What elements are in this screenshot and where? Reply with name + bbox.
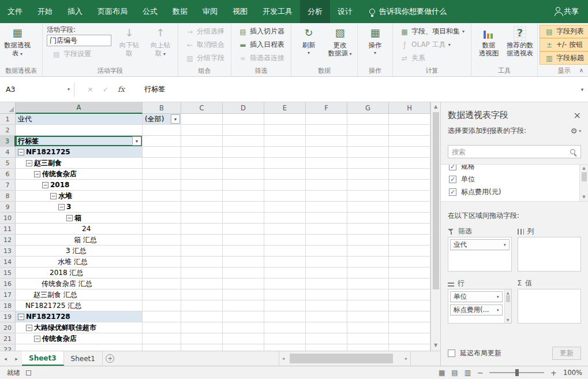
cell-A2[interactable] bbox=[16, 125, 143, 136]
cell-C4[interactable] bbox=[181, 147, 223, 158]
cell-E1[interactable] bbox=[264, 114, 306, 125]
cell-G5[interactable] bbox=[347, 158, 389, 169]
field-settings-button[interactable]: ▤字段设置 bbox=[47, 47, 111, 61]
cell-F3[interactable] bbox=[306, 136, 347, 147]
tell-me-box[interactable]: 告诉我你想要做什么 bbox=[369, 0, 447, 23]
cell-H17[interactable] bbox=[389, 289, 430, 300]
zoom-level[interactable]: 100% bbox=[563, 369, 582, 377]
cell-F21[interactable] bbox=[306, 333, 347, 344]
group-field-button[interactable]: ▥分组字段 bbox=[180, 51, 229, 65]
column-header-H[interactable]: H bbox=[389, 102, 430, 114]
new-sheet-button[interactable]: + bbox=[103, 351, 118, 366]
cell-B17[interactable] bbox=[143, 289, 181, 300]
collapse-ribbon-icon[interactable]: ∧ bbox=[579, 68, 583, 73]
zoom-in-icon[interactable]: + bbox=[550, 369, 556, 377]
field-chip[interactable]: 标点费用(...▾ bbox=[450, 304, 503, 315]
cell-H1[interactable] bbox=[389, 114, 430, 125]
cell-H11[interactable] bbox=[389, 224, 430, 235]
cell-E13[interactable] bbox=[264, 246, 306, 257]
cell-B16[interactable] bbox=[143, 278, 181, 289]
row-header-8[interactable]: 8 bbox=[0, 191, 16, 202]
cell-G2[interactable] bbox=[347, 125, 389, 136]
sheet-tab-Sheet1[interactable]: Sheet1 bbox=[64, 351, 103, 366]
cell-C17[interactable] bbox=[181, 289, 223, 300]
change-data-source-button[interactable]: ▧更改数据源 ▾ bbox=[324, 24, 355, 67]
filter-connections-button[interactable]: ∞筛选器连接 bbox=[233, 51, 289, 65]
search-input[interactable] bbox=[452, 148, 570, 156]
cell-F1[interactable] bbox=[306, 114, 347, 125]
cell-H8[interactable] bbox=[389, 191, 430, 202]
cell-G4[interactable] bbox=[347, 147, 389, 158]
cancel-icon[interactable]: × bbox=[87, 85, 93, 94]
cell-F5[interactable] bbox=[306, 158, 347, 169]
cell-A17[interactable]: 赵三副食 汇总 bbox=[16, 289, 143, 300]
cell-F4[interactable] bbox=[306, 147, 347, 158]
page-break-view-icon[interactable]: ▥ bbox=[465, 369, 471, 377]
cell-G16[interactable] bbox=[347, 278, 389, 289]
cell-H15[interactable] bbox=[389, 267, 430, 278]
cell-A13[interactable]: 3 汇总 bbox=[16, 246, 143, 257]
cell-E12[interactable] bbox=[264, 235, 306, 246]
pane-tools-button[interactable]: ⚙▾ bbox=[571, 127, 581, 135]
scroll-down-icon[interactable]: ▼ bbox=[434, 342, 437, 350]
plus-minus-buttons-button[interactable]: ±+/- 按钮 bbox=[540, 38, 588, 51]
field-list-scroll-thumb[interactable] bbox=[582, 172, 587, 181]
tab-page-layout[interactable]: 页面布局 bbox=[90, 0, 135, 23]
cell-D7[interactable] bbox=[223, 180, 264, 191]
expand-formula-bar-icon[interactable]: ▾ bbox=[576, 87, 588, 92]
cell-A14[interactable]: 水堆 汇总 bbox=[16, 257, 143, 267]
sheet-tab-Sheet3[interactable]: Sheet3 bbox=[22, 351, 64, 366]
field-chip[interactable]: 单位▾ bbox=[450, 291, 503, 302]
tab-home[interactable]: 开始 bbox=[30, 0, 60, 23]
cell-E15[interactable] bbox=[264, 267, 306, 278]
cell-G10[interactable] bbox=[347, 213, 389, 224]
pivottable-button[interactable]: ▦数据透视表 ▾ bbox=[2, 24, 33, 67]
row-header-18[interactable]: 18 bbox=[0, 300, 16, 311]
row-header-6[interactable]: 6 bbox=[0, 169, 16, 180]
row-header-19[interactable]: 19 bbox=[0, 311, 16, 322]
tab-developer[interactable]: 开发工具 bbox=[255, 0, 300, 23]
cell-G21[interactable] bbox=[347, 333, 389, 344]
cell-D16[interactable] bbox=[223, 278, 264, 289]
cell-G9[interactable] bbox=[347, 202, 389, 213]
cell-E14[interactable] bbox=[264, 257, 306, 267]
cell-A4[interactable]: −NF1821725 bbox=[16, 147, 143, 158]
relationships-button[interactable]: ⇄关系 bbox=[395, 51, 469, 65]
cell-C2[interactable] bbox=[181, 125, 223, 136]
olap-tools-button[interactable]: ƒOLAP 工具▾ bbox=[395, 38, 469, 51]
cell-A16[interactable]: 传统食杂店 汇总 bbox=[16, 278, 143, 289]
cell-D22[interactable] bbox=[223, 344, 264, 351]
column-header-D[interactable]: D bbox=[223, 102, 264, 114]
collapse-icon[interactable]: − bbox=[26, 325, 32, 331]
column-header-C[interactable]: C bbox=[181, 102, 223, 114]
rows-area-box[interactable]: 单位▾标点费用(...▾▲▼ bbox=[448, 289, 512, 324]
cell-F18[interactable] bbox=[306, 300, 347, 311]
cell-D11[interactable] bbox=[223, 224, 264, 235]
cell-B21[interactable] bbox=[143, 333, 181, 344]
cell-B1[interactable]: (全部)▾ bbox=[143, 114, 181, 125]
active-field-input[interactable] bbox=[47, 35, 111, 46]
cell-E2[interactable] bbox=[264, 125, 306, 136]
recommended-pivottables-button[interactable]: ?推荐的数据透视表 bbox=[504, 24, 535, 67]
pivot-chart-button[interactable]: 数据透视图 bbox=[473, 24, 504, 67]
collapse-icon[interactable]: − bbox=[58, 204, 65, 210]
cell-F13[interactable] bbox=[306, 246, 347, 257]
cell-B7[interactable] bbox=[143, 180, 181, 191]
scroll-up-icon[interactable]: ▲ bbox=[507, 290, 510, 295]
cell-B3[interactable] bbox=[143, 136, 181, 147]
cell-F19[interactable] bbox=[306, 311, 347, 322]
drill-up-button[interactable]: ↑向上钻取 ▾ bbox=[145, 24, 176, 67]
cell-B12[interactable] bbox=[143, 235, 181, 246]
cell-E4[interactable] bbox=[264, 147, 306, 158]
field-checkbox[interactable]: ✓ bbox=[449, 176, 456, 183]
columns-area-box[interactable] bbox=[518, 237, 582, 272]
zoom-slider[interactable] bbox=[489, 372, 544, 373]
cell-C6[interactable] bbox=[181, 169, 223, 180]
cell-B18[interactable] bbox=[143, 300, 181, 311]
cell-C22[interactable] bbox=[181, 344, 223, 351]
row-header-17[interactable]: 17 bbox=[0, 289, 16, 300]
tab-analyze[interactable]: 分析 bbox=[300, 0, 330, 23]
cell-D17[interactable] bbox=[223, 289, 264, 300]
column-header-G[interactable]: G bbox=[347, 102, 389, 114]
page-layout-view-icon[interactable]: ▤ bbox=[451, 369, 458, 377]
